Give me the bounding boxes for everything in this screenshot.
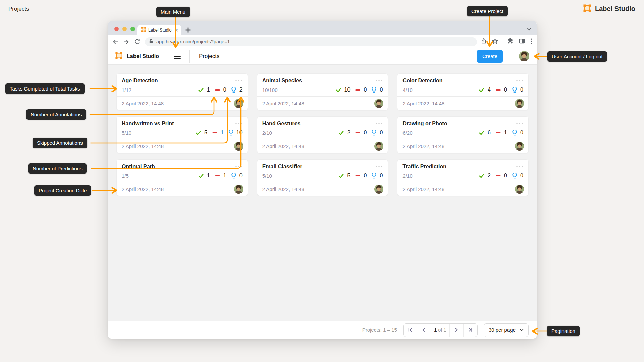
bookmark-star-icon[interactable] — [492, 38, 498, 45]
ellipsis-icon — [235, 123, 243, 125]
ellipsis-icon — [235, 80, 243, 82]
predictions-bulb-icon — [512, 87, 517, 93]
project-title[interactable]: Animal Species — [262, 78, 302, 84]
avatar[interactable] — [374, 99, 383, 108]
previous-page-button[interactable] — [417, 324, 431, 337]
card-menu-button[interactable] — [235, 164, 243, 169]
project-title[interactable]: Drawing or Photo — [402, 121, 447, 127]
card-menu-button[interactable] — [516, 78, 523, 83]
predictions-count: 0 — [520, 87, 523, 93]
card-menu-button[interactable] — [516, 164, 523, 169]
forward-icon[interactable] — [123, 39, 129, 45]
new-tab-icon[interactable] — [185, 27, 191, 33]
first-page-button[interactable] — [404, 324, 417, 337]
card-menu-button[interactable] — [235, 121, 243, 126]
callout-number-annotations: Number of Annotations — [26, 109, 86, 120]
skipped-minus-icon — [215, 89, 220, 91]
skipped-minus-icon — [355, 175, 360, 177]
project-card[interactable]: Optimal Path 1/5 1 1 — [116, 159, 248, 196]
project-title[interactable]: Color Detection — [402, 78, 442, 84]
skipped-minus-icon — [215, 175, 220, 177]
ellipsis-icon — [375, 123, 383, 125]
side-panel-icon[interactable] — [519, 38, 525, 45]
share-icon[interactable] — [481, 38, 487, 45]
project-title[interactable]: Handwritten vs Print — [122, 121, 174, 127]
annotations-count: 6 — [487, 130, 491, 136]
project-title[interactable]: Optimal Path — [122, 164, 155, 170]
tab-strip-chevron-down-icon[interactable] — [527, 26, 531, 32]
task-progress: 1/5 — [122, 173, 129, 179]
avatar[interactable] — [515, 142, 524, 151]
project-card[interactable]: Age Detection 1/12 1 0 — [116, 73, 248, 110]
ellipsis-icon — [516, 123, 523, 125]
back-icon[interactable] — [113, 39, 118, 45]
card-menu-button[interactable] — [235, 78, 243, 83]
project-card[interactable]: Hand Gestures 2/10 2 0 — [257, 116, 388, 153]
annotations-check-icon — [479, 88, 484, 92]
task-progress: 4/10 — [402, 87, 412, 93]
project-card[interactable]: Traffic Prediction 2/10 2 — [397, 159, 529, 196]
traffic-light-maximize-icon[interactable] — [130, 27, 135, 31]
avatar[interactable] — [374, 185, 383, 194]
project-card[interactable]: Animal Species 10/100 10 0 — [257, 73, 388, 110]
tab-title: Label Studio — [148, 28, 172, 33]
create-button[interactable]: Create — [477, 50, 503, 63]
project-card[interactable]: Drawing or Photo 6/20 6 1 — [397, 116, 529, 153]
predictions-bulb-icon — [512, 173, 517, 179]
project-card[interactable]: Color Detection 4/10 4 0 — [397, 73, 529, 110]
ellipsis-icon — [375, 166, 383, 168]
address-bar[interactable]: app.heartex.com/projects?page=1 — [145, 37, 477, 46]
project-card[interactable]: Email Classifier 5/10 5 0 — [257, 159, 388, 196]
traffic-light-minimize-icon[interactable] — [122, 27, 127, 31]
avatar[interactable] — [234, 185, 243, 194]
skipped-minus-icon — [212, 132, 217, 134]
avatar[interactable] — [234, 99, 243, 108]
annotations-count: 2 — [347, 130, 350, 136]
annotations-check-icon — [198, 174, 204, 178]
chevron-down-icon — [520, 329, 524, 331]
creation-date: 2 April 2022, 14:48 — [402, 143, 444, 149]
reload-icon[interactable] — [134, 39, 140, 45]
project-title[interactable]: Hand Gestures — [262, 121, 301, 127]
browser-tab[interactable]: Label Studio ✕ — [137, 25, 181, 35]
creation-date: 2 April 2022, 14:48 — [402, 186, 444, 192]
annotations-count: 1 — [207, 173, 210, 179]
skipped-minus-icon — [355, 132, 360, 134]
card-menu-button[interactable] — [375, 78, 383, 83]
avatar[interactable] — [234, 142, 243, 151]
card-menu-button[interactable] — [375, 164, 383, 169]
card-menu-button[interactable] — [516, 121, 523, 126]
browser-tab-strip: Label Studio ✕ — [108, 21, 537, 35]
per-page-dropdown[interactable]: 30 per page — [484, 323, 529, 337]
skipped-count: 0 — [504, 87, 507, 93]
traffic-light-close-icon[interactable] — [114, 27, 119, 31]
project-card[interactable]: Handwritten vs Print 5/10 5 — [116, 116, 248, 153]
main-menu-hamburger-icon[interactable] — [174, 54, 181, 59]
skipped-count: 0 — [223, 87, 226, 93]
tab-close-icon[interactable]: ✕ — [175, 28, 179, 33]
predictions-bulb-icon — [372, 130, 376, 136]
avatar[interactable] — [374, 142, 383, 151]
project-title[interactable]: Age Detection — [122, 78, 158, 84]
last-page-button[interactable] — [464, 324, 477, 337]
skipped-count: 1 — [223, 173, 226, 179]
header-divider — [189, 50, 190, 63]
user-avatar[interactable] — [519, 51, 529, 61]
app-logo-icon — [115, 52, 122, 60]
card-menu-button[interactable] — [375, 121, 383, 126]
predictions-bulb-icon — [229, 130, 233, 136]
task-progress: 6/20 — [402, 130, 412, 136]
avatar[interactable] — [515, 185, 524, 194]
app-brand-text: Label Studio — [127, 53, 159, 59]
task-progress: 2/10 — [262, 130, 272, 136]
project-title[interactable]: Email Classifier — [262, 164, 302, 170]
extensions-puzzle-icon[interactable] — [507, 38, 513, 45]
avatar[interactable] — [515, 99, 524, 108]
annotations-check-icon — [338, 174, 344, 178]
browser-toolbar: app.heartex.com/projects?page=1 — [108, 35, 537, 48]
ellipsis-icon — [516, 166, 523, 168]
project-title[interactable]: Traffic Prediction — [402, 164, 446, 170]
next-page-button[interactable] — [450, 324, 464, 337]
page-title: Projects — [8, 6, 29, 12]
browser-menu-kebab-icon[interactable] — [531, 38, 532, 45]
